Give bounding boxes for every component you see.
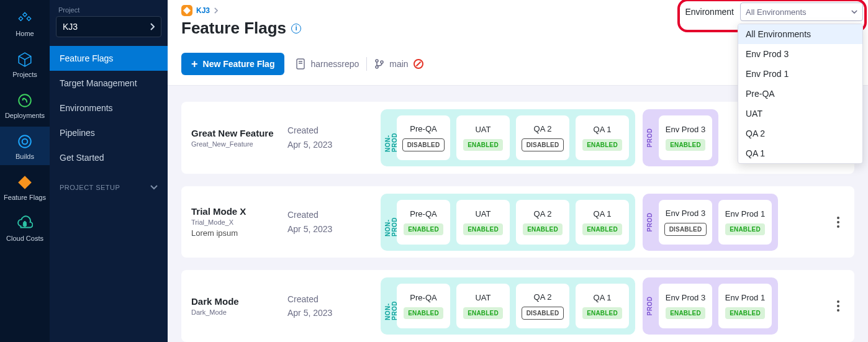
- env-option[interactable]: Pre-QA: [738, 84, 862, 104]
- branch-icon: [374, 59, 384, 69]
- rail-item-label: Feature Flags: [4, 194, 46, 201]
- env-card[interactable]: Env Prod 1ENABLED: [718, 284, 772, 328]
- env-option[interactable]: QA 2: [738, 124, 862, 143]
- project-setup-toggle[interactable]: PROJECT SETUP: [50, 170, 168, 191]
- env-card[interactable]: Env Prod 3ENABLED: [659, 115, 712, 160]
- svg-point-7: [381, 61, 383, 63]
- flag-state-badge: DISABLED: [664, 223, 707, 236]
- rail-item-projects[interactable]: Projects: [0, 45, 50, 83]
- environment-filter-label: Environment: [685, 7, 734, 17]
- row-menu-button[interactable]: [830, 297, 847, 315]
- flag-state-badge: ENABLED: [582, 223, 622, 235]
- row-menu-button[interactable]: [830, 214, 847, 231]
- flag-identifier: Great_New_Feature: [191, 140, 287, 148]
- rail-item-label: Deployments: [5, 112, 45, 119]
- env-card[interactable]: QA 1ENABLED: [576, 200, 629, 245]
- separator: [366, 57, 367, 71]
- env-card[interactable]: QA 2ENABLED: [516, 200, 569, 245]
- svg-point-5: [376, 60, 378, 62]
- rail-item-cloud-costs[interactable]: $ Cloud Costs: [0, 209, 50, 247]
- env-card[interactable]: Pre-QADISABLED: [397, 115, 450, 160]
- env-card[interactable]: Env Prod 3DISABLED: [659, 200, 712, 245]
- env-card[interactable]: QA 2DISABLED: [516, 115, 569, 160]
- flag-title: Trial Mode X: [191, 206, 287, 217]
- rail-item-deployments[interactable]: Deployments: [0, 86, 50, 124]
- rail-item-feature-flags[interactable]: Feature Flags: [0, 168, 50, 206]
- new-feature-flag-button[interactable]: + New Feature Flag: [181, 53, 284, 75]
- env-option[interactable]: UAT: [738, 104, 862, 124]
- flag-identifier: Trial_Mode_X: [191, 218, 287, 226]
- env-card[interactable]: Pre-QAENABLED: [397, 200, 450, 245]
- flag-state-badge: DISABLED: [522, 307, 564, 320]
- sidenav-item-get-started[interactable]: Get Started: [50, 145, 168, 170]
- prod-env-group: PRODEnv Prod 3DISABLEDEnv Prod 1ENABLED: [643, 194, 778, 251]
- env-group-label: NON-PROD: [384, 124, 398, 152]
- flag-meta-column: CreatedApr 5, 2023: [287, 292, 381, 320]
- not-synced-icon: [414, 59, 423, 69]
- repo-name[interactable]: harnessrepo: [310, 59, 359, 69]
- rail-item-label: Home: [16, 30, 34, 37]
- flag-date: Apr 5, 2023: [287, 138, 381, 151]
- sidenav-item-target-management[interactable]: Target Management: [50, 71, 168, 96]
- flag-state-badge: ENABLED: [725, 223, 765, 235]
- chevron-down-icon: [851, 10, 857, 14]
- flag-state-badge: ENABLED: [523, 223, 563, 235]
- main-content: KJ3 Feature Flags i + New Feature Flag h…: [168, 0, 868, 342]
- branch-name[interactable]: main: [389, 59, 408, 69]
- environment-dropdown: All Environments Env Prod 3 Env Prod 1 P…: [738, 24, 863, 164]
- env-card[interactable]: Env Prod 3ENABLED: [659, 284, 712, 328]
- flag-state-badge: ENABLED: [582, 139, 622, 151]
- env-option[interactable]: QA 1: [738, 143, 862, 163]
- env-card[interactable]: Env Prod 1ENABLED: [718, 200, 772, 245]
- breadcrumb-link-project[interactable]: KJ3: [196, 6, 210, 15]
- flag-state-badge: ENABLED: [582, 307, 622, 319]
- nonprod-env-group: NON-PRODPre-QADISABLEDUATENABLEDQA 2DISA…: [381, 109, 635, 166]
- chevron-down-icon: [150, 185, 158, 190]
- env-card[interactable]: QA 2DISABLED: [516, 284, 569, 328]
- flag-meta-column: CreatedApr 5, 2023: [287, 208, 381, 236]
- env-card[interactable]: QA 1ENABLED: [576, 284, 629, 328]
- flag-name-column: Great New FeatureGreat_New_Feature: [191, 128, 287, 148]
- env-card-name: Env Prod 3: [666, 293, 705, 302]
- sidenav-item-feature-flags[interactable]: Feature Flags: [50, 46, 168, 71]
- env-card[interactable]: QA 1ENABLED: [576, 115, 629, 160]
- env-card-name: Pre-QA: [410, 209, 436, 218]
- feature-flag-row[interactable]: Trial Mode XTrial_Mode_XLorem ipsumCreat…: [181, 186, 854, 258]
- rail-item-home[interactable]: Home: [0, 4, 50, 42]
- project-selector-value: KJ3: [63, 22, 78, 32]
- feature-flag-row[interactable]: Dark ModeDark_ModeCreatedApr 5, 2023NON-…: [181, 270, 854, 342]
- flag-state-badge: DISABLED: [402, 138, 445, 151]
- environment-select[interactable]: All Environments: [740, 2, 863, 21]
- flag-state-badge: ENABLED: [463, 223, 503, 235]
- env-card-name: Pre-QA: [410, 124, 436, 133]
- project-label: Project: [50, 5, 168, 16]
- plus-icon: +: [191, 58, 198, 70]
- sidenav-item-environments[interactable]: Environments: [50, 96, 168, 120]
- rail-item-builds[interactable]: Builds: [0, 127, 50, 165]
- env-group-label: NON-PROD: [384, 292, 398, 320]
- env-card[interactable]: UATENABLED: [456, 115, 510, 160]
- nonprod-env-group: NON-PRODPre-QAENABLEDUATENABLEDQA 2ENABL…: [381, 194, 635, 251]
- env-card-name: UAT: [475, 209, 491, 218]
- sidenav-item-pipelines[interactable]: Pipelines: [50, 120, 168, 145]
- env-card[interactable]: UATENABLED: [456, 284, 510, 328]
- env-card[interactable]: UATENABLED: [456, 200, 510, 245]
- flag-name-column: Trial Mode XTrial_Mode_XLorem ipsum: [191, 206, 287, 238]
- flag-name-column: Dark ModeDark_Mode: [191, 296, 287, 316]
- env-group-label: PROD: [646, 297, 653, 316]
- flag-state-badge: ENABLED: [404, 223, 443, 235]
- flag-title: Dark Mode: [191, 296, 287, 307]
- chevron-right-icon: [150, 23, 155, 30]
- nonprod-env-group: NON-PRODPre-QAENABLEDUATENABLEDQA 2DISAB…: [381, 277, 635, 335]
- info-icon[interactable]: i: [291, 24, 301, 34]
- flag-meta-column: CreatedApr 5, 2023: [287, 124, 381, 151]
- env-card-name: Env Prod 3: [666, 209, 705, 218]
- env-option[interactable]: Env Prod 3: [738, 44, 862, 64]
- env-card[interactable]: Pre-QAENABLED: [397, 284, 450, 328]
- env-card-name: QA 1: [594, 293, 612, 302]
- project-selector[interactable]: KJ3: [56, 16, 161, 37]
- env-option[interactable]: All Environments: [738, 24, 862, 44]
- env-option[interactable]: Env Prod 1: [738, 64, 862, 84]
- home-icon: [16, 10, 34, 27]
- env-card-name: UAT: [475, 125, 491, 134]
